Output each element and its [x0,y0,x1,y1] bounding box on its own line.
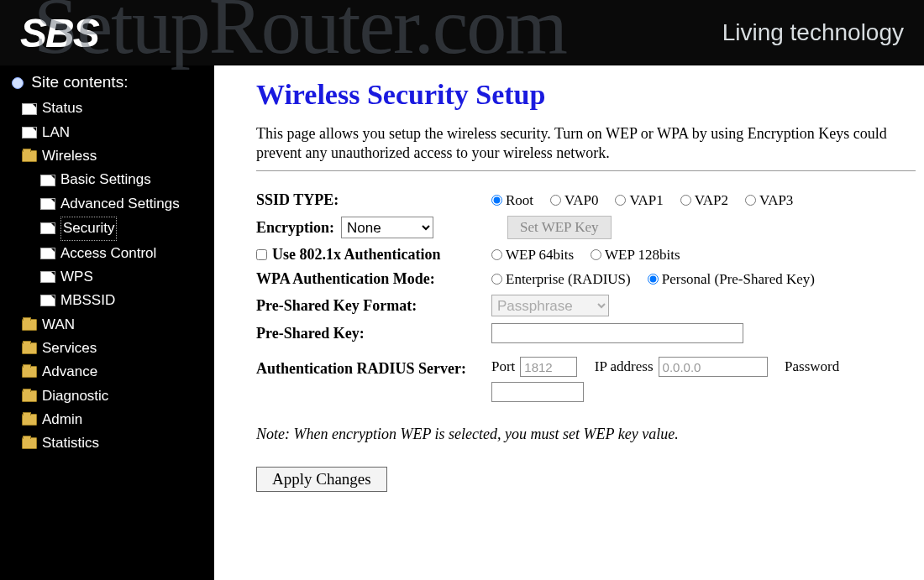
radio-label: WEP 64bits [506,247,574,264]
ssid-vap0-option[interactable]: VAP0 [550,192,598,209]
logo-text: SBS [20,10,98,56]
folder-icon [22,437,37,449]
nav-label: Admin [42,409,82,431]
wep64-option[interactable]: WEP 64bits [491,247,574,264]
use-8021x-checkbox[interactable] [256,249,267,260]
nav-label: Access Control [60,243,156,264]
radius-port-input[interactable] [520,357,577,377]
nav-label: Wireless [42,145,97,167]
psk-input[interactable] [491,323,743,343]
nav-services[interactable]: Services [0,337,214,360]
apply-changes-button[interactable]: Apply Changes [256,467,387,492]
folder-icon [22,414,37,426]
nav-label: WAN [42,314,75,336]
nav-label: Advance [42,361,97,383]
note-text: Note: When encryption WEP is selected, y… [256,426,916,443]
sidebar: Site contents: Status LAN Wireless Basic… [0,65,214,580]
radius-label: Authentication RADIUS Server: [256,357,491,378]
folder-open-icon [22,150,37,162]
wpa-enterprise-radio[interactable] [491,274,502,285]
nav-statistics[interactable]: Statistics [0,431,214,455]
radius-ip-input[interactable] [659,357,768,377]
file-icon [22,127,37,138]
radius-password-input[interactable] [491,382,584,402]
ssid-vap2-option[interactable]: VAP2 [680,192,728,209]
nav-label: Basic Settings [60,169,151,191]
ssid-vap1-radio[interactable] [615,195,626,206]
file-icon [40,271,55,283]
radio-label: Enterprise (RADIUS) [506,271,631,288]
nav-tree: Status LAN Wireless Basic Settings Advan… [0,97,214,455]
nav-wps[interactable]: WPS [0,265,214,289]
nav-basic-settings[interactable]: Basic Settings [0,168,214,191]
ssid-root-option[interactable]: Root [491,192,533,209]
nav-security[interactable]: Security [0,216,214,241]
nav-label: Statistics [42,432,99,454]
file-icon [40,198,55,210]
file-icon [40,295,55,306]
nav-label: Security [60,217,117,240]
tagline-text: Living technology [722,19,904,46]
folder-icon [22,342,37,354]
password-label: Password [785,358,839,375]
ssid-type-label: SSID TYPE: [256,191,491,209]
nav-advance[interactable]: Advance [0,360,214,384]
radio-label: VAP2 [695,192,728,209]
file-icon [40,248,55,259]
file-icon [40,222,55,234]
file-icon [22,103,37,115]
radio-label: Personal (Pre-Shared Key) [662,271,815,288]
file-icon [40,175,55,186]
nav-wan[interactable]: WAN [0,313,214,337]
radio-label: VAP3 [759,192,793,209]
nav-label: Status [42,97,82,119]
nav-label: Diagnostic [42,385,108,407]
wpa-enterprise-option[interactable]: Enterprise (RADIUS) [491,271,631,288]
globe-icon [12,77,24,89]
set-wep-key-button[interactable]: Set WEP Key [507,216,612,239]
wpa-personal-option[interactable]: Personal (Pre-Shared Key) [648,271,815,288]
ssid-vap2-radio[interactable] [680,195,691,206]
wep64-radio[interactable] [491,249,502,260]
nav-access-control[interactable]: Access Control [0,242,214,265]
nav-diagnostic[interactable]: Diagnostic [0,384,214,408]
wpa-mode-label: WPA Authentication Mode: [256,270,491,288]
psk-format-select[interactable]: Passphrase [491,295,609,316]
radio-label: VAP1 [629,192,663,209]
ssid-vap3-radio[interactable] [745,195,756,206]
radio-label: Root [506,192,533,209]
ssid-vap3-option[interactable]: VAP3 [745,192,793,209]
nav-advanced-settings[interactable]: Advanced Settings [0,192,214,216]
encryption-label: Encryption: [256,219,334,237]
wep128-radio[interactable] [591,249,601,260]
ssid-root-radio[interactable] [491,195,502,206]
page-title: Wireless Security Setup [256,79,916,111]
use-8021x-label: Use 802.1x Authentication [272,246,441,264]
nav-label: WPS [60,266,93,288]
nav-mbssid[interactable]: MBSSID [0,289,214,312]
port-label: Port [491,358,515,375]
ip-label: IP address [595,358,654,375]
sidebar-title-text: Site contents: [31,73,128,91]
nav-status[interactable]: Status [0,97,214,120]
nav-label: LAN [42,122,70,144]
header-bar: SBS Living technology [0,0,924,65]
ssid-vap0-radio[interactable] [550,195,561,206]
psk-format-label: Pre-Shared Key Format: [256,297,491,315]
wpa-personal-radio[interactable] [648,274,659,285]
wep128-option[interactable]: WEP 128bits [591,247,680,264]
nav-admin[interactable]: Admin [0,408,214,431]
main-content: Wireless Security Setup This page allows… [214,65,924,580]
sidebar-title: Site contents: [0,69,214,97]
nav-label: Advanced Settings [60,193,180,215]
nav-label: Services [42,337,97,359]
nav-lan[interactable]: LAN [0,121,214,144]
folder-icon [22,366,37,378]
ssid-vap1-option[interactable]: VAP1 [615,192,663,209]
radio-label: WEP 128bits [605,247,680,264]
nav-label: MBSSID [60,290,115,311]
radio-label: VAP0 [564,192,598,209]
nav-wireless[interactable]: Wireless [0,144,214,168]
psk-label: Pre-Shared Key: [256,325,491,342]
encryption-select[interactable]: None [341,217,433,238]
